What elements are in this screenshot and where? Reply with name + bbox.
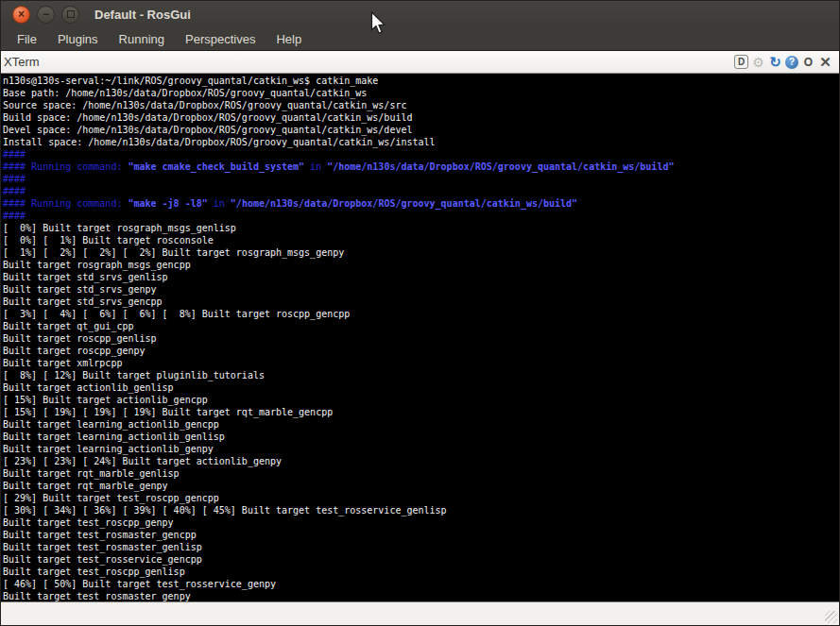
terminal-line: [ 30%] [ 34%] [ 36%] [ 39%] [ 40%] [ 45%… <box>3 504 839 516</box>
terminal-line: Build space: /home/n130s/data/Dropbox/RO… <box>3 111 839 124</box>
terminal-line: Built target test_rosmaster_genlisp <box>3 541 839 553</box>
terminal-line: [ 3%] [ 4%] [ 6%] [ 6%] [ 8%] Built targ… <box>3 308 839 320</box>
terminal-line: Built target test_roscpp_genlisp <box>3 566 839 578</box>
window-maximize-button[interactable] <box>61 6 79 24</box>
terminal-line: Devel space: /home/n130s/data/Dropbox/RO… <box>3 124 839 136</box>
menu-plugins[interactable]: Plugins <box>47 29 109 49</box>
terminal-line: n130s@130s-serval:~/link/ROS/groovy_quan… <box>3 75 839 87</box>
maximize-icon <box>67 10 75 18</box>
menubar: FilePluginsRunningPerspectivesHelp <box>1 27 839 50</box>
titlebar[interactable]: × − Default - RosGui <box>1 1 839 27</box>
terminal-line: Built target learning_actionlib_gencpp <box>3 418 839 431</box>
terminal-line: [ 23%] [ 23%] [ 24%] Built target action… <box>3 455 839 467</box>
terminal-line: #### <box>3 173 839 185</box>
terminal-line: [ 1%] [ 2%] [ 2%] [ 2%] Built target ros… <box>3 246 839 259</box>
plugin-help-button[interactable]: ? <box>785 56 798 69</box>
menu-perspectives[interactable]: Perspectives <box>175 29 266 49</box>
close-icon: × <box>18 8 25 20</box>
terminal-line: Built target roscpp_genpy <box>3 345 839 357</box>
terminal-line: Built target roscpp_genlisp <box>3 332 839 345</box>
terminal-line: Built target rqt_marble_genpy <box>3 480 839 492</box>
terminal-line: Built target test_rosservice_gencpp <box>3 553 839 566</box>
plugin-buttons: D⚙↻?O✕ <box>734 55 832 69</box>
plugin-reload-button[interactable]: ↻ <box>768 55 782 69</box>
terminal-line: #### Running command: "make cmake_check_… <box>3 161 839 173</box>
terminal-line: Source space: /home/n130s/data/Dropbox/R… <box>3 99 839 111</box>
terminal-line: Built target qt_gui_cpp <box>3 320 839 332</box>
window-title: Default - RosGui <box>94 8 191 22</box>
terminal-line: Built target rqt_marble_genlisp <box>3 467 839 480</box>
terminal-line: Built target test_rosmaster_genpy <box>3 590 839 601</box>
terminal-line: [ 15%] Built target actionlib_gencpp <box>3 394 839 406</box>
xterm-plugin-titlebar[interactable]: XTerm D⚙↻?O✕ <box>1 50 839 74</box>
terminal-line: Base path: /home/n130s/data/Dropbox/ROS/… <box>3 87 839 99</box>
terminal-line: Built target xmlrpcpp <box>3 357 839 369</box>
terminal-line: [ 29%] Built target test_roscpp_gencpp <box>3 492 839 504</box>
terminal-line: Built target learning_actionlib_genlisp <box>3 431 839 443</box>
rosgui-window: × − Default - RosGui FilePluginsRunningP… <box>0 0 840 626</box>
terminal-line: Built target std_srvs_genpy <box>3 283 839 296</box>
terminal-line: Built target rosgraph_msgs_gencpp <box>3 259 839 271</box>
status-area <box>1 601 839 625</box>
terminal-line: #### <box>3 185 839 197</box>
terminal-line: [ 8%] [ 12%] Built target pluginlib_tuto… <box>3 369 839 381</box>
menu-running[interactable]: Running <box>109 29 175 49</box>
menu-file[interactable]: File <box>7 29 47 49</box>
terminal-line: Built target actionlib_genlisp <box>3 381 839 394</box>
window-close-button[interactable]: × <box>12 6 30 24</box>
plugin-dock-button[interactable]: D <box>734 55 748 69</box>
terminal-line: [ 46%] [ 50%] Built target test_rosservi… <box>3 578 839 590</box>
xterm-terminal[interactable]: n130s@130s-serval:~/link/ROS/groovy_quan… <box>1 74 839 601</box>
plugin-settings-button[interactable]: ⚙ <box>751 55 765 69</box>
terminal-line: Built target std_srvs_genlisp <box>3 271 839 283</box>
resize-grip[interactable] <box>825 611 837 623</box>
terminal-line: #### <box>3 148 839 161</box>
terminal-line: [ 15%] [ 19%] [ 19%] [ 19%] Built target… <box>3 406 839 418</box>
terminal-line: #### <box>3 210 839 222</box>
plugin-close-button[interactable]: ✕ <box>818 55 832 69</box>
plugin-float-button[interactable]: O <box>801 55 815 69</box>
window-minimize-button[interactable]: − <box>37 6 55 24</box>
terminal-line: [ 0%] Built target rosgraph_msgs_genlisp <box>3 222 839 234</box>
terminal-line: Install space: /home/n130s/data/Dropbox/… <box>3 136 839 148</box>
terminal-line: Built target test_roscpp_genpy <box>3 516 839 529</box>
terminal-line: Built target std_srvs_gencpp <box>3 296 839 308</box>
terminal-line: #### Running command: "make -j8 -l8" in … <box>3 197 839 210</box>
terminal-line: Built target test_rosmaster_gencpp <box>3 529 839 541</box>
minimize-icon: − <box>43 8 49 20</box>
terminal-line: Built target learning_actionlib_genpy <box>3 443 839 455</box>
plugin-title: XTerm <box>4 55 734 69</box>
terminal-line: [ 0%] [ 1%] Built target rosconsole <box>3 234 839 246</box>
menu-help[interactable]: Help <box>266 29 312 49</box>
